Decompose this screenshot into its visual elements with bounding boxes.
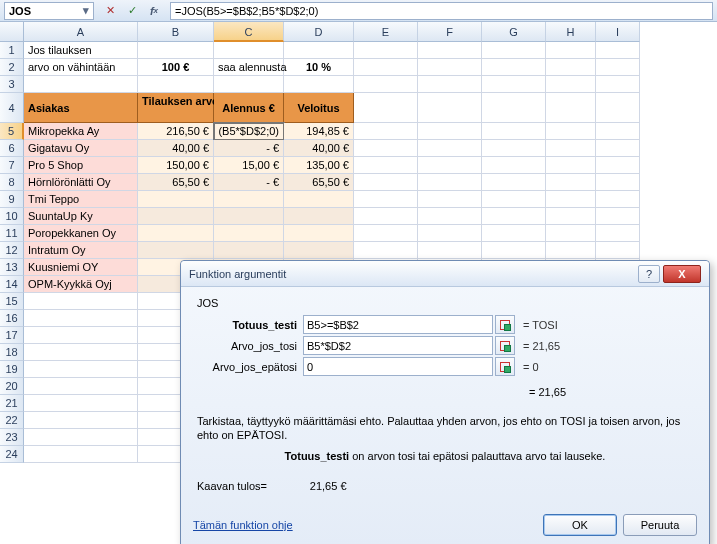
- cell[interactable]: [418, 59, 482, 76]
- cell[interactable]: [354, 123, 418, 140]
- name-box[interactable]: JOS ▾: [4, 2, 94, 20]
- row-header[interactable]: 11: [0, 225, 24, 242]
- cell[interactable]: [24, 429, 138, 446]
- cell[interactable]: [482, 208, 546, 225]
- cell[interactable]: [24, 378, 138, 395]
- cell[interactable]: [418, 174, 482, 191]
- cell[interactable]: Kuusniemi OY: [24, 259, 138, 276]
- cell[interactable]: [418, 242, 482, 259]
- cell[interactable]: 10 %: [284, 59, 354, 76]
- cell[interactable]: [354, 93, 418, 123]
- row-header[interactable]: 19: [0, 361, 24, 378]
- row-header[interactable]: 21: [0, 395, 24, 412]
- cell[interactable]: 40,00 €: [284, 140, 354, 157]
- col-header[interactable]: A: [24, 22, 138, 42]
- cell[interactable]: Tilauksen arvo: [138, 93, 214, 123]
- cell[interactable]: [546, 174, 596, 191]
- cell[interactable]: [546, 93, 596, 123]
- cell[interactable]: [596, 42, 640, 59]
- cell[interactable]: [354, 140, 418, 157]
- cell[interactable]: [138, 42, 214, 59]
- row-header[interactable]: 6: [0, 140, 24, 157]
- cell[interactable]: [418, 123, 482, 140]
- select-all-corner[interactable]: [0, 22, 24, 42]
- cell[interactable]: [284, 242, 354, 259]
- cell[interactable]: [24, 310, 138, 327]
- cell[interactable]: [24, 76, 138, 93]
- cell[interactable]: [354, 59, 418, 76]
- cell[interactable]: [214, 191, 284, 208]
- cell[interactable]: [546, 208, 596, 225]
- cell[interactable]: [284, 225, 354, 242]
- cell[interactable]: [482, 191, 546, 208]
- cell[interactable]: [354, 242, 418, 259]
- row-header[interactable]: 24: [0, 446, 24, 463]
- row-header[interactable]: 20: [0, 378, 24, 395]
- fx-icon[interactable]: fx: [144, 2, 164, 20]
- cell[interactable]: [482, 242, 546, 259]
- cell[interactable]: [546, 42, 596, 59]
- cell[interactable]: [482, 174, 546, 191]
- cell[interactable]: 15,00 €: [214, 157, 284, 174]
- cell[interactable]: 216,50 €: [138, 123, 214, 140]
- cell[interactable]: 194,85 €: [284, 123, 354, 140]
- cell[interactable]: OPM-Kyykkä Oyj: [24, 276, 138, 293]
- range-select-icon[interactable]: [495, 315, 515, 334]
- cell[interactable]: [418, 225, 482, 242]
- cell[interactable]: Pro 5 Shop: [24, 157, 138, 174]
- range-select-icon[interactable]: [495, 357, 515, 376]
- cell[interactable]: Tmi Teppo: [24, 191, 138, 208]
- row-header[interactable]: 12: [0, 242, 24, 259]
- cell[interactable]: [482, 157, 546, 174]
- chevron-down-icon[interactable]: ▾: [83, 4, 89, 17]
- cell[interactable]: saa alennusta: [214, 59, 284, 76]
- cell[interactable]: [418, 208, 482, 225]
- help-icon[interactable]: ?: [638, 265, 660, 283]
- cell[interactable]: 150,00 €: [138, 157, 214, 174]
- cell[interactable]: [354, 42, 418, 59]
- cell[interactable]: [546, 225, 596, 242]
- cell[interactable]: [418, 76, 482, 93]
- cell[interactable]: [596, 225, 640, 242]
- cell[interactable]: 65,50 €: [284, 174, 354, 191]
- cell[interactable]: [546, 59, 596, 76]
- row-header[interactable]: 9: [0, 191, 24, 208]
- row-header[interactable]: 14: [0, 276, 24, 293]
- cell[interactable]: [284, 42, 354, 59]
- cell[interactable]: Hörnlörönlätti Oy: [24, 174, 138, 191]
- cell[interactable]: [596, 191, 640, 208]
- cell[interactable]: [214, 225, 284, 242]
- cell[interactable]: - €: [214, 140, 284, 157]
- cell[interactable]: 65,50 €: [138, 174, 214, 191]
- cell[interactable]: [546, 123, 596, 140]
- cell[interactable]: Poropekkanen Oy: [24, 225, 138, 242]
- row-header[interactable]: 23: [0, 429, 24, 446]
- cell[interactable]: [284, 208, 354, 225]
- cell[interactable]: 40,00 €: [138, 140, 214, 157]
- arg-input-arvo-jos-tosi[interactable]: [303, 336, 493, 355]
- cell[interactable]: Mikropekka Ay: [24, 123, 138, 140]
- cell[interactable]: Intratum Oy: [24, 242, 138, 259]
- cell[interactable]: [24, 344, 138, 361]
- cell[interactable]: [354, 191, 418, 208]
- cell[interactable]: [596, 76, 640, 93]
- row-header[interactable]: 7: [0, 157, 24, 174]
- row-header[interactable]: 5: [0, 123, 24, 140]
- arg-input-totuus-testi[interactable]: [303, 315, 493, 334]
- cell[interactable]: - €: [214, 174, 284, 191]
- cell[interactable]: 100 €: [138, 59, 214, 76]
- cell[interactable]: [24, 412, 138, 429]
- cell[interactable]: [24, 293, 138, 310]
- formula-input[interactable]: [170, 2, 713, 20]
- cell[interactable]: [138, 191, 214, 208]
- col-header[interactable]: G: [482, 22, 546, 42]
- cell[interactable]: [214, 76, 284, 93]
- cell[interactable]: [482, 123, 546, 140]
- col-header[interactable]: C: [214, 22, 284, 42]
- cell[interactable]: [214, 208, 284, 225]
- cell[interactable]: 135,00 €: [284, 157, 354, 174]
- cell[interactable]: [138, 208, 214, 225]
- cell[interactable]: [546, 191, 596, 208]
- cell[interactable]: [418, 93, 482, 123]
- range-select-icon[interactable]: [495, 336, 515, 355]
